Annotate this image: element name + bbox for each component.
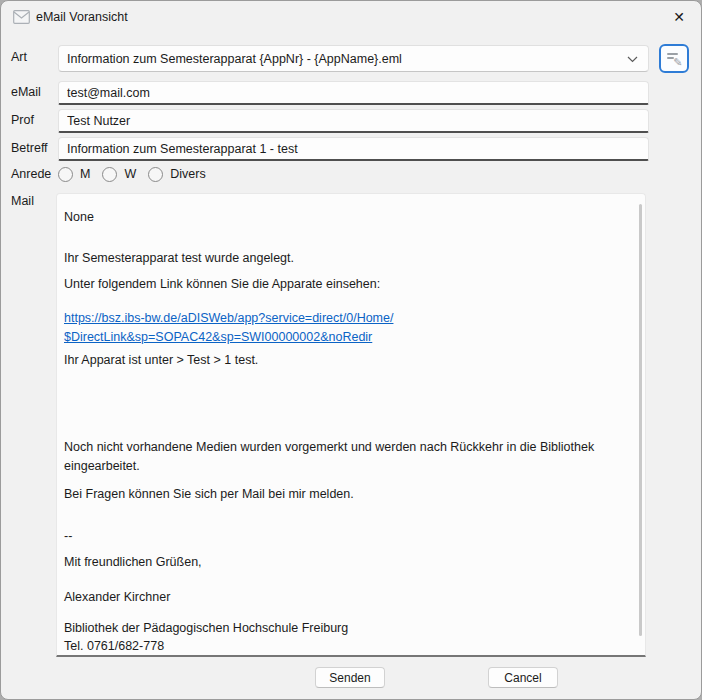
mail-scrollbar[interactable] <box>639 204 642 636</box>
anrede-radio-group: M W Divers <box>58 165 206 183</box>
radio-divers-circle[interactable] <box>148 167 163 182</box>
cancel-button[interactable]: Cancel <box>488 667 558 688</box>
chevron-down-icon <box>627 56 638 63</box>
close-button[interactable]: ✕ <box>663 2 695 32</box>
template-combobox[interactable]: Information zum Semesterapparat {AppNr} … <box>58 45 649 72</box>
mail-paragraph-none: None <box>64 208 631 227</box>
mail-paragraph-link-intro: Unter folgendem Link können Sie die Appa… <box>64 275 631 294</box>
radio-option-m[interactable]: M <box>58 167 90 182</box>
betreff-label: Betreff <box>11 141 48 155</box>
radio-m-label: M <box>80 167 90 181</box>
mail-label: Mail <box>11 194 34 208</box>
radio-divers-label: Divers <box>170 167 205 181</box>
email-label: eMail <box>11 85 41 99</box>
mail-paragraph-sender: Alexander Kirchner <box>64 588 631 607</box>
apparate-link[interactable]: https://bsz.ibs-bw.de/aDISWeb/app?servic… <box>64 311 393 344</box>
radio-option-divers[interactable]: Divers <box>148 167 205 182</box>
mail-paragraph-questions: Bei Fragen können Sie sich per Mail bei … <box>64 485 631 504</box>
prof-input[interactable] <box>58 109 649 133</box>
radio-w-label: W <box>124 167 136 181</box>
radio-option-w[interactable]: W <box>102 167 136 182</box>
window-title: eMail Voransicht <box>36 10 128 24</box>
edit-note-icon: ✎ <box>667 51 682 66</box>
mail-paragraph-greeting: Mit freundlichen Grüßen, <box>64 553 631 572</box>
email-input[interactable] <box>58 81 649 105</box>
radio-m-circle[interactable] <box>58 167 73 182</box>
envelope-icon <box>13 10 30 24</box>
title-bar: eMail Voransicht ✕ <box>1 1 701 33</box>
mail-paragraph-location: Ihr Apparat ist unter > Test > 1 test. <box>64 351 631 370</box>
combobox-selected-value: Information zum Semesterapparat {AppNr} … <box>67 52 402 66</box>
send-button[interactable]: Senden <box>315 667 385 688</box>
mail-paragraph-sig-divider: -- <box>64 527 631 546</box>
anrede-label: Anrede <box>11 167 51 181</box>
mail-paragraph-pending: Noch nicht vorhandene Medien wurden vorg… <box>64 438 631 476</box>
edit-template-button[interactable]: ✎ <box>659 44 689 73</box>
prof-label: Prof <box>11 113 34 127</box>
betreff-input[interactable] <box>58 137 649 161</box>
mail-paragraph-link: https://bsz.ibs-bw.de/aDISWeb/app?servic… <box>64 309 631 347</box>
email-preview-dialog: eMail Voransicht ✕ Art Information zum S… <box>0 0 702 700</box>
mail-paragraph-organisation: Bibliothek der Pädagogischen Hochschule … <box>64 619 631 655</box>
mail-paragraph-created: Ihr Semesterapparat test wurde angelegt. <box>64 249 631 268</box>
art-label: Art <box>11 50 27 64</box>
mail-body-preview[interactable]: None Ihr Semesterapparat test wurde ange… <box>56 193 646 657</box>
radio-w-circle[interactable] <box>102 167 117 182</box>
